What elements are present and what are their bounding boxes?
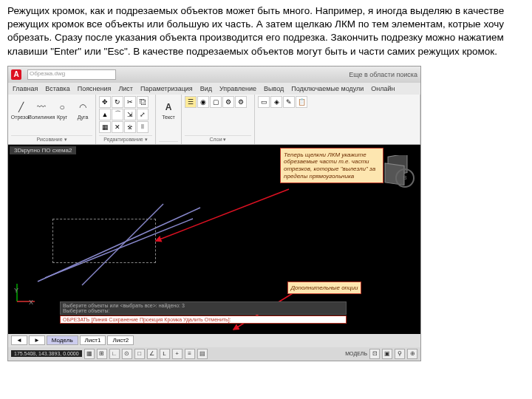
btn-label: Дуга (78, 115, 89, 120)
autocad-window: A Обрезка.dwg Еще в области поиска Главн… (7, 66, 421, 361)
menu-item[interactable]: Главная (13, 85, 38, 92)
menu-item[interactable]: Вид (200, 85, 212, 92)
menu-item[interactable]: Вывод (264, 85, 284, 92)
snap-toggle[interactable]: ▦ (84, 349, 95, 359)
mirror-icon[interactable]: ▲ (99, 109, 111, 120)
menu-item[interactable]: Параметризация (140, 85, 193, 92)
grid-toggle[interactable]: ⊞ (97, 349, 107, 359)
layer-state-icon[interactable]: ◉ (197, 96, 209, 108)
text-icon: A (162, 100, 175, 114)
text-button[interactable]: AТекст (159, 96, 178, 124)
status-tool[interactable]: ▣ (382, 349, 392, 359)
title-bar: A Обрезка.dwg Еще в области поиска (8, 66, 420, 83)
osnap-toggle[interactable]: □ (134, 349, 145, 359)
misc-icon[interactable]: ▭ (258, 96, 270, 108)
btn-label: Круг (57, 115, 67, 120)
menu-item[interactable]: Пояснения (78, 85, 112, 92)
model-space-label[interactable]: МОДЕЛЬ (345, 351, 367, 356)
ducs-toggle[interactable]: L (160, 349, 170, 359)
menu-item[interactable]: Подключаемые модули (291, 85, 364, 92)
group-label[interactable]: Рисование ▾ (11, 135, 92, 143)
scale-icon[interactable]: ⤢ (137, 109, 149, 120)
misc-icon[interactable]: 📋 (296, 96, 307, 108)
arc-icon: ◠ (76, 100, 89, 114)
line-button[interactable]: ╱Отрезок (11, 96, 30, 124)
svg-line-3 (156, 189, 289, 241)
qp-toggle[interactable]: ▤ (197, 349, 208, 359)
title-filename[interactable]: Обрезка.dwg (27, 69, 116, 80)
title-search-hint: Еще в области поиска (349, 71, 417, 78)
tab-layout1[interactable]: Лист1 (80, 335, 106, 345)
line-icon: ╱ (14, 100, 27, 114)
dyn-toggle[interactable]: + (172, 349, 183, 359)
rotate-icon[interactable]: ↻ (112, 96, 123, 108)
drawing-canvas[interactable]: 3Dкрупно ПО схема2 Теперь щелкни ЛКМ ука… (8, 145, 420, 334)
cmd-text: Выберите объекты: (63, 308, 344, 313)
stretch-icon[interactable]: ⇲ (124, 109, 136, 120)
polar-toggle[interactable]: ⊙ (122, 349, 132, 359)
copy-icon[interactable]: ⿻ (137, 96, 149, 108)
description-text: Режущих кромок, как и подрезаемых объект… (7, 4, 525, 58)
status-tool[interactable]: ⊡ (369, 349, 380, 359)
ribbon-group-draw: ╱Отрезок 〰Полилиния ○Круг ◠Дуга Рисовани… (8, 95, 96, 144)
command-history: Выберите объекты или <выбрать все>: найд… (60, 301, 347, 315)
trim-icon[interactable]: ✂ (124, 96, 136, 108)
layer-tool-icon[interactable]: ⚙ (222, 96, 234, 108)
ucs-icon: YX (16, 281, 38, 304)
command-input[interactable]: ОБРЕЗАТЬ [Линия Сохранение Проекция Кром… (60, 316, 347, 324)
annotation-note-1: Теперь щелкни ЛКМ укажите обрезаемые час… (280, 148, 383, 183)
explode-icon[interactable]: ※ (124, 121, 136, 133)
offset-icon[interactable]: ⫴ (137, 121, 149, 133)
tab-prev[interactable]: ◄ (11, 335, 27, 345)
group-label[interactable]: Слои ▾ (185, 135, 251, 143)
ribbon-group-layers: ☰ ◉ ▢ ⚙ ⚙ Слои ▾ (182, 95, 255, 144)
group-label[interactable]: Редактирование ▾ (99, 135, 152, 143)
status-tool[interactable]: ⚲ (395, 349, 405, 359)
move-icon[interactable]: ✥ (99, 96, 111, 108)
status-tool[interactable]: ⊕ (407, 349, 417, 359)
menu-bar[interactable]: Главная Вставка Пояснения Лист Параметри… (8, 83, 420, 95)
misc-icon[interactable]: ◈ (270, 96, 282, 108)
ribbon-group-misc: ▭ ◈ ✎ 📋 (255, 95, 420, 144)
ortho-toggle[interactable]: ∟ (109, 349, 120, 359)
status-bar: 175.5408, 143.3893, 0.0000 ▦ ⊞ ∟ ⊙ □ ∠ L… (8, 347, 420, 361)
annotation-note-2: Дополнительные опции (287, 282, 361, 294)
group-label (159, 141, 178, 143)
edit-icons: ✥ ↻ ✂ ⿻ ▲ ⌒ ⇲ ⤢ ▦ ✕ ※ ⫴ (99, 96, 152, 133)
layout-tabs: ◄ ► Модель Лист1 Лист2 (8, 334, 420, 347)
array-icon[interactable]: ▦ (99, 121, 111, 133)
menu-item[interactable]: Лист (118, 85, 133, 92)
layer-icon[interactable]: ☰ (185, 96, 197, 108)
coordinates: 175.5408, 143.3893, 0.0000 (11, 350, 82, 357)
arc-button[interactable]: ◠Дуга (73, 96, 92, 124)
ribbon-group-annot: AТекст (156, 95, 182, 144)
app-logo-icon: A (11, 69, 21, 80)
layer-icons: ☰ ◉ ▢ ⚙ ⚙ (185, 96, 251, 108)
lwt-toggle[interactable]: ≡ (185, 349, 195, 359)
menu-item[interactable]: Онлайн (371, 85, 395, 92)
ribbon-group-edit: ✥ ↻ ✂ ⿻ ▲ ⌒ ⇲ ⤢ ▦ ✕ ※ ⫴ Редактирование ▾ (96, 95, 156, 144)
menu-item[interactable]: Управление (219, 85, 256, 92)
tab-model[interactable]: Модель (47, 335, 78, 345)
otrack-toggle[interactable]: ∠ (147, 349, 157, 359)
polyline-icon: 〰 (35, 100, 48, 114)
menu-item[interactable]: Вставка (45, 85, 69, 92)
nav-compass[interactable]: В (395, 168, 415, 188)
erase-icon[interactable]: ✕ (112, 121, 123, 133)
btn-label: Текст (162, 115, 175, 120)
btn-label: Полилиния (28, 115, 55, 120)
tab-layout2[interactable]: Лист2 (107, 335, 134, 345)
circle-button[interactable]: ○Круг (52, 96, 72, 124)
ribbon: ╱Отрезок 〰Полилиния ○Круг ◠Дуга Рисовани… (8, 95, 420, 145)
layer-tool-icon[interactable]: ⚙ (235, 96, 247, 108)
tab-next[interactable]: ► (29, 335, 45, 345)
polyline-button[interactable]: 〰Полилиния (32, 96, 51, 124)
misc-icon[interactable]: ✎ (283, 96, 295, 108)
circle-icon: ○ (55, 100, 69, 114)
layer-color-icon[interactable]: ▢ (210, 96, 222, 108)
cmd-text: Выберите объекты или <выбрать все>: найд… (63, 303, 344, 308)
fillet-icon[interactable]: ⌒ (112, 109, 123, 120)
selection-rectangle (52, 219, 156, 263)
